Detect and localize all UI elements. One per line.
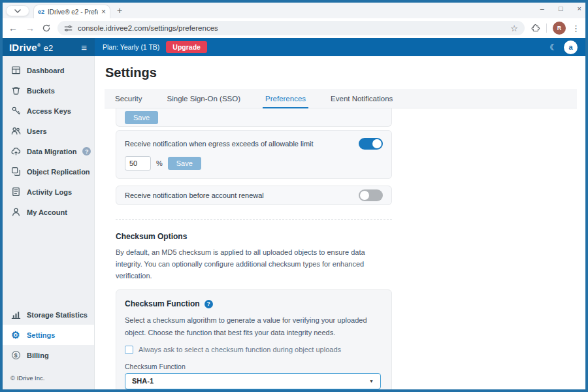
site-favicon: e2 xyxy=(38,8,44,15)
copyright-text: © IDrive Inc. xyxy=(3,365,94,389)
upgrade-button[interactable]: Upgrade xyxy=(166,41,207,53)
browser-window: e2 IDrive® e2 - Preferences × + – □ × ← … xyxy=(3,3,585,389)
checksum-help-icon[interactable]: ? xyxy=(204,300,213,308)
browser-tab[interactable]: e2 IDrive® e2 - Preferences × xyxy=(33,5,110,18)
egress-save-button[interactable]: Save xyxy=(168,157,201,170)
sidebar-item-billing[interactable]: $ Billing xyxy=(3,345,94,365)
checksum-function-description: Select a checksum algorithm to generate … xyxy=(125,314,381,338)
always-ask-checkbox[interactable] xyxy=(125,346,133,354)
hamburger-menu-icon[interactable]: ≡ xyxy=(81,42,87,52)
tab-event-notifications[interactable]: Event Notifications xyxy=(331,89,393,108)
window-minimize-button[interactable]: – xyxy=(540,5,544,12)
bar-chart-icon xyxy=(10,310,21,319)
sidebar-item-settings[interactable]: ⚙ Settings xyxy=(3,325,94,345)
always-ask-label: Always ask to select a checksum function… xyxy=(139,346,341,353)
select-caret-icon: ▼ xyxy=(369,379,374,384)
toolbar-divider xyxy=(546,24,547,33)
cloud-upload-icon xyxy=(10,146,21,156)
back-icon[interactable]: ← xyxy=(8,23,18,33)
tab-title: IDrive® e2 - Preferences xyxy=(48,8,98,16)
egress-notification-card: Receive notification when egress exceeds… xyxy=(116,130,392,179)
browser-tabstrip: e2 IDrive® e2 - Preferences × + – □ × xyxy=(3,3,585,18)
sidebar-item-data-migration[interactable]: Data Migration ? xyxy=(3,141,94,161)
browser-toolbar: ← → console.idrivee2.com/settings/prefer… xyxy=(3,18,585,38)
tab-search-button[interactable] xyxy=(6,5,29,16)
renewal-notification-label: Receive notification before account rene… xyxy=(125,191,264,199)
dashboard-icon xyxy=(10,65,21,75)
checksum-options-description: By default, an MD5 checksum is applied t… xyxy=(116,246,392,282)
key-icon xyxy=(10,106,21,116)
sidebar-item-storage-statistics[interactable]: Storage Statistics xyxy=(3,304,94,325)
checksum-function-card: Checksum Function ? Select a checksum al… xyxy=(116,289,392,389)
egress-percent-input[interactable] xyxy=(125,156,151,171)
browser-profile-avatar[interactable]: R xyxy=(553,22,566,35)
percent-unit-label: % xyxy=(156,159,163,167)
settings-tabbar: Security Single Sign-On (SSO) Preference… xyxy=(105,89,577,108)
extensions-icon[interactable] xyxy=(531,24,540,33)
sidebar-item-buckets[interactable]: Buckets xyxy=(3,80,94,101)
tab-preferences[interactable]: Preferences xyxy=(265,89,306,108)
users-icon xyxy=(10,126,21,136)
tab-single-sign-on[interactable]: Single Sign-On (SSO) xyxy=(167,89,241,108)
save-button[interactable]: Save xyxy=(125,111,158,124)
document-icon xyxy=(10,187,21,197)
url-text[interactable]: console.idrivee2.com/settings/preference… xyxy=(78,24,505,32)
sidebar-item-object-replication[interactable]: Object Replication ? xyxy=(3,161,94,182)
section-divider xyxy=(116,219,392,220)
selected-checksum-value: SHA-1 xyxy=(132,377,154,385)
billing-dollar-icon: $ xyxy=(10,351,21,359)
partial-settings-card: Save xyxy=(116,108,392,127)
app-logo-section: IDrive® e2 ≡ xyxy=(3,38,95,56)
renewal-notification-card: Receive notification before account rene… xyxy=(116,186,392,205)
bookmark-star-icon[interactable]: ☆ xyxy=(510,24,518,33)
gear-icon: ⚙ xyxy=(10,330,21,340)
checksum-function-title: Checksum Function xyxy=(125,299,200,308)
window-maximize-button[interactable]: □ xyxy=(559,5,563,12)
url-bar[interactable]: console.idrivee2.com/settings/preference… xyxy=(57,21,525,35)
replication-icon xyxy=(10,167,21,176)
account-avatar[interactable]: a xyxy=(564,41,578,54)
checksum-function-select[interactable]: SHA-1 ▼ xyxy=(125,373,381,389)
sidebar-item-activity-logs[interactable]: Activity Logs xyxy=(3,182,94,202)
sidebar-item-users[interactable]: Users xyxy=(3,121,94,141)
idrive-e2-logo: IDrive® e2 xyxy=(9,42,54,53)
tab-close-icon[interactable]: × xyxy=(101,8,106,16)
page-title: Settings xyxy=(105,65,577,80)
site-settings-icon[interactable] xyxy=(64,24,73,33)
egress-notification-toggle[interactable] xyxy=(359,138,383,150)
renewal-notification-toggle[interactable] xyxy=(359,189,383,201)
plan-label: Plan: Yearly (1 TB) xyxy=(103,43,159,51)
app-header: IDrive® e2 ≡ Plan: Yearly (1 TB) Upgrade… xyxy=(3,38,585,56)
sidebar-item-my-account[interactable]: My Account xyxy=(3,202,94,222)
main-content: Settings Security Single Sign-On (SSO) P… xyxy=(95,56,585,389)
browser-menu-icon[interactable]: ⋮ xyxy=(572,24,580,33)
new-tab-button[interactable]: + xyxy=(117,5,122,16)
sidebar-item-access-keys[interactable]: Access Keys xyxy=(3,101,94,121)
tab-security[interactable]: Security xyxy=(115,89,142,108)
help-icon[interactable]: ? xyxy=(82,147,91,155)
sidebar: Dashboard Buckets Access Keys Users Data… xyxy=(3,56,95,389)
refresh-icon[interactable] xyxy=(42,24,51,33)
window-close-button[interactable]: × xyxy=(578,5,581,12)
forward-icon[interactable]: → xyxy=(25,23,35,33)
checksum-options-title: Checksum Options xyxy=(116,232,392,241)
checksum-function-field-label: Checksum Function xyxy=(125,363,381,370)
dark-mode-moon-icon[interactable]: ☾ xyxy=(549,42,557,52)
chevron-down-icon xyxy=(14,9,21,13)
person-icon xyxy=(10,207,21,217)
sidebar-item-dashboard[interactable]: Dashboard xyxy=(3,60,94,80)
egress-notification-label: Receive notification when egress exceeds… xyxy=(125,140,314,148)
bucket-icon xyxy=(10,86,21,95)
